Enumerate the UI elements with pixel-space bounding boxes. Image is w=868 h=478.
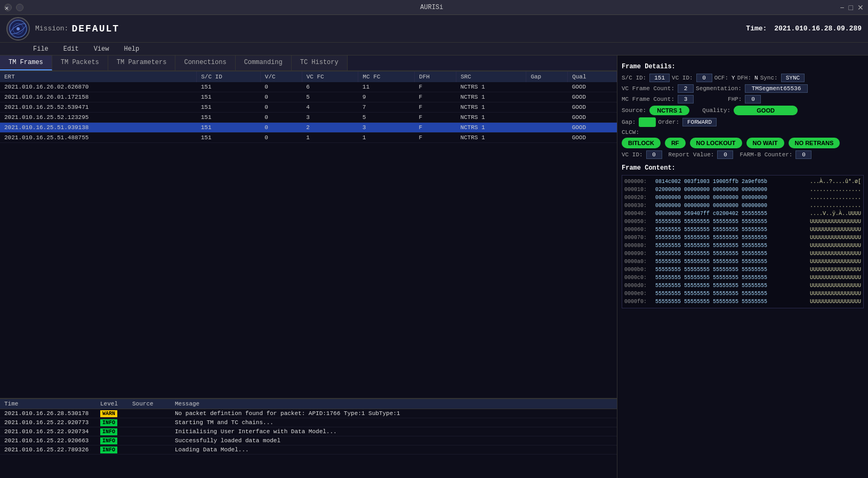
clcw-no-retrans[interactable]: NO RETRANS: [789, 138, 840, 148]
close-button[interactable]: ✕: [857, 3, 864, 12]
fc-hex: 55555555 55555555 55555555 55555555: [655, 242, 806, 250]
log-level-badge: WARN: [100, 410, 132, 417]
tab-commanding[interactable]: Commanding: [236, 55, 292, 70]
clcw-no-wait[interactable]: NO WAIT: [746, 138, 784, 148]
frame-content-line: 000080:55555555 55555555 55555555 555555…: [624, 242, 861, 250]
log-row: 2021.010.16.25.22.920663INFOSuccessfully…: [0, 436, 617, 445]
tab-bar: TM Frames TM Packets TM Parameters Conne…: [0, 55, 617, 71]
tab-tm-parameters[interactable]: TM Parameters: [108, 55, 176, 70]
menu-help[interactable]: Help: [120, 44, 142, 54]
log-source: [132, 428, 175, 435]
fc-hex: 55555555 55555555 55555555 55555555: [655, 290, 806, 298]
fc-hex: 00000000 00000000 00000000 00000000: [655, 202, 806, 210]
log-row: 2021.010.16.26.28.530178WARNNo packet de…: [0, 409, 617, 418]
fc-ascii: UUUUUUUUUUUUUUUU: [810, 242, 861, 250]
table-row[interactable]: 2021.010.16.26.01.172158151059FNCTRS 1GO…: [0, 92, 617, 102]
window-title: AURISi: [23, 4, 840, 11]
seg-value: TMSegment65536: [745, 84, 808, 93]
frame-content-line: 0000e0:55555555 55555555 55555555 555555…: [624, 290, 861, 298]
order-label: Order:: [658, 119, 679, 125]
fc-ascii: ................: [810, 202, 861, 210]
col-src: SRC: [456, 71, 526, 82]
table-row[interactable]: 2021.010.16.25.52.123295151035FNCTRS 1GO…: [0, 113, 617, 123]
qual-label: Quality:: [702, 107, 730, 114]
source-value[interactable]: NCTRS 1: [649, 106, 689, 115]
frame-content-line: 0000c0:55555555 55555555 55555555 555555…: [624, 274, 861, 282]
fc-address: 000080:: [624, 242, 651, 250]
frame-content-area: 000000:0814c002 003f1003 19005ffb 2a9ef0…: [622, 175, 864, 308]
mcfc-value: 3: [678, 95, 694, 103]
menu-file[interactable]: File: [30, 44, 52, 54]
fc-ascii: ................: [810, 186, 861, 194]
table-row[interactable]: 2021.010.16.25.52.539471151047FNCTRS 1GO…: [0, 102, 617, 113]
clcw-rf[interactable]: RF: [665, 138, 686, 148]
close-btn[interactable]: ✕: [4, 4, 12, 11]
detail-row-clcw: CLCW:: [622, 129, 864, 136]
minimize-button[interactable]: −: [840, 3, 844, 12]
menu-edit[interactable]: Edit: [60, 44, 82, 54]
farmb-label: FARM-B Counter:: [740, 152, 792, 158]
log-level-badge: INFO: [100, 419, 132, 426]
log-header: Time Level Source Message: [0, 399, 617, 409]
vcfc-value: 2: [678, 84, 694, 93]
fc-address: 000040:: [624, 210, 651, 218]
minimize-btn[interactable]: [16, 4, 23, 11]
log-row: 2021.010.16.25.22.789326INFOLoading Data…: [0, 445, 617, 455]
fhp-value: 0: [745, 95, 761, 103]
sync-value: SYNC: [781, 74, 805, 82]
frames-data-table: ERT S/C ID V/C VC FC MC FC DFH SRC Gap Q…: [0, 71, 617, 143]
fc-ascii: ...À..?....û*.ø[: [810, 178, 861, 186]
fc-ascii: UUUUUUUUUUUUUUUU: [810, 226, 861, 234]
fc-ascii: UUUUUUUUUUUUUUUU: [810, 282, 861, 290]
log-source: [132, 447, 175, 453]
fc-ascii: UUUUUUUUUUUUUUUU: [810, 234, 861, 242]
fc-hex: 55555555 55555555 55555555 55555555: [655, 258, 806, 266]
fc-hex: 02000000 00000000 00000000 00000000: [655, 186, 806, 194]
clcw-no-lockout[interactable]: NO LOCKOUT: [690, 138, 742, 148]
vcid2-value: 0: [646, 150, 662, 159]
table-row[interactable]: 2021.010.16.25.51.488755151011FNCTRS 1GO…: [0, 133, 617, 143]
log-panel[interactable]: Time Level Source Message 2021.010.16.26…: [0, 398, 617, 478]
vcid-value: 0: [696, 74, 712, 82]
col-gap: Gap: [526, 71, 568, 82]
maximize-button[interactable]: □: [849, 3, 853, 12]
fc-address: 000070:: [624, 234, 651, 242]
tab-tm-packets[interactable]: TM Packets: [52, 55, 108, 70]
log-time: 2021.010.16.25.22.920734: [4, 428, 100, 435]
col-scid: S/C ID: [197, 71, 261, 82]
menu-view[interactable]: View: [91, 44, 112, 54]
fc-ascii: UUUUUUUUUUUUUUUU: [810, 258, 861, 266]
fc-address: 000020:: [624, 194, 651, 202]
fc-ascii: UUUUUUUUUUUUUUUU: [810, 274, 861, 282]
log-col-source: Source: [132, 401, 175, 407]
qual-value[interactable]: GOOD: [734, 106, 798, 115]
fhp-label: FHP:: [728, 96, 742, 102]
time-label: Time:: [746, 25, 767, 33]
tab-tc-history[interactable]: TC History: [292, 55, 348, 70]
log-row: 2021.010.16.25.22.920734INFOInitialising…: [0, 427, 617, 436]
tab-tm-frames[interactable]: TM Frames: [0, 55, 52, 70]
left-panel: TM Frames TM Packets TM Parameters Conne…: [0, 55, 617, 478]
log-message: Loading Data Model...: [175, 447, 613, 453]
log-message: Successfully loaded data model: [175, 437, 613, 444]
clcw-bitlock[interactable]: BITLOCK: [622, 138, 661, 148]
scid-value: 151: [649, 74, 670, 82]
log-source: [132, 419, 175, 426]
dfh-label: DFH:: [737, 75, 751, 81]
table-row[interactable]: 2021.010.16.26.02.6268701510611FNCTRS 1G…: [0, 82, 617, 92]
fc-address: 000090:: [624, 250, 651, 258]
frame-content-line: 000090:55555555 55555555 55555555 555555…: [624, 250, 861, 258]
fc-ascii: UUUUUUUUUUUUUUUU: [810, 218, 861, 226]
detail-row-1: S/C ID: 151 VC ID: 0 OCF: Y DFH: N Sync:…: [622, 74, 864, 82]
frame-content-line: 000020:00000000 00000000 00000000 000000…: [624, 194, 861, 202]
tab-connections[interactable]: Connections: [175, 55, 235, 70]
frame-content-line: 000040:00000000 569407ff c0200402 555555…: [624, 210, 861, 218]
sync-label: Sync:: [760, 75, 778, 81]
time-value: 2021.010.16.28.09.289: [774, 25, 862, 33]
frame-table[interactable]: ERT S/C ID V/C VC FC MC FC DFH SRC Gap Q…: [0, 71, 617, 398]
table-row[interactable]: 2021.010.16.25.51.939138151023FNCTRS 1GO…: [0, 123, 617, 133]
gap-indicator: [639, 117, 656, 127]
fc-hex: 55555555 55555555 55555555 55555555: [655, 226, 806, 234]
svg-point-3: [17, 27, 20, 30]
fc-address: 0000a0:: [624, 258, 651, 266]
